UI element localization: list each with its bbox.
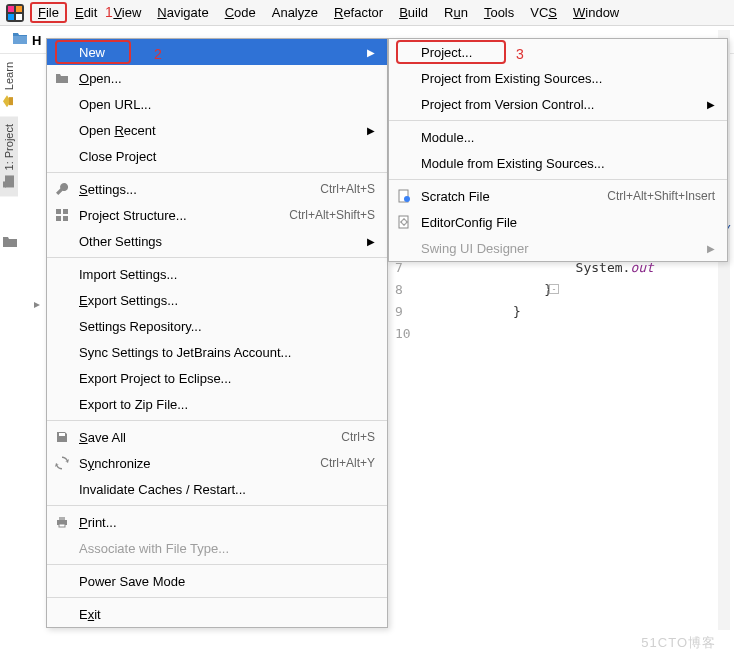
file-menu-item[interactable]: Sync Settings to JetBrains Account... [47, 339, 387, 365]
file-menu-item[interactable]: Invalidate Caches / Restart... [47, 476, 387, 502]
new-menu-item[interactable]: Module from Existing Sources... [389, 150, 727, 176]
folder-icon [53, 71, 71, 85]
file-menu-item[interactable]: Open... [47, 65, 387, 91]
menu-item-label: Sync Settings to JetBrains Account... [79, 345, 375, 360]
menu-item-label: New [79, 45, 359, 60]
menu-item-label: Invalidate Caches / Restart... [79, 482, 375, 497]
new-menu-item[interactable]: Project from Version Control...▶ [389, 91, 727, 117]
line-number: 9 [395, 304, 513, 319]
sync-icon [53, 456, 71, 470]
menu-item-label: Other Settings [79, 234, 359, 249]
fold-toggle-icon[interactable]: - [549, 284, 559, 294]
new-menu-item[interactable]: EditorConfig File [389, 209, 727, 235]
file-menu-item[interactable]: Export to Zip File... [47, 391, 387, 417]
menu-item-label: Project... [421, 45, 715, 60]
submenu-arrow-icon: ▶ [367, 125, 375, 136]
svg-rect-13 [59, 433, 65, 436]
file-menu-item[interactable]: Project Structure...Ctrl+Alt+Shift+S [47, 202, 387, 228]
line-number: 8 [395, 282, 513, 297]
expand-chevron-icon[interactable] [32, 300, 42, 310]
editorconfig-icon [395, 215, 413, 229]
side-tab-learn[interactable]: Learn [0, 54, 18, 116]
file-menu-item[interactable]: Settings...Ctrl+Alt+S [47, 176, 387, 202]
print-icon [53, 515, 71, 529]
submenu-arrow-icon: ▶ [367, 236, 375, 247]
file-menu-item[interactable]: Power Save Mode [47, 568, 387, 594]
new-submenu-popup: Project...Project from Existing Sources.… [388, 38, 728, 262]
file-menu-item[interactable]: New▶ [47, 39, 387, 65]
menu-item-label: Module... [421, 130, 715, 145]
file-menu-popup: New▶Open...Open URL...Open Recent▶Close … [46, 38, 388, 628]
file-menu-item[interactable]: Open Recent▶ [47, 117, 387, 143]
wrench-icon [53, 182, 71, 196]
menu-item-label: Exit [79, 607, 375, 622]
menu-build[interactable]: Build [391, 2, 436, 23]
file-menu-item[interactable]: Settings Repository... [47, 313, 387, 339]
svg-rect-3 [8, 14, 14, 20]
svg-rect-11 [56, 216, 61, 221]
menu-item-shortcut: Ctrl+Alt+S [320, 182, 375, 196]
submenu-arrow-icon: ▶ [707, 99, 715, 110]
folder-gutter-icon [2, 233, 18, 249]
menu-edit[interactable]: Edit [67, 2, 105, 23]
new-menu-item[interactable]: Project... [389, 39, 727, 65]
menu-navigate[interactable]: Navigate [149, 2, 216, 23]
menu-window[interactable]: Window [565, 2, 627, 23]
menu-item-label: Settings Repository... [79, 319, 375, 334]
menu-item-label: EditorConfig File [421, 215, 715, 230]
menu-analyze[interactable]: Analyze [264, 2, 326, 23]
menu-item-label: Save All [79, 430, 341, 445]
svg-rect-8 [3, 182, 6, 188]
menu-item-shortcut: Ctrl+S [341, 430, 375, 444]
svg-rect-2 [16, 6, 22, 12]
menu-item-shortcut: Ctrl+Alt+Y [320, 456, 375, 470]
file-menu-item[interactable]: Open URL... [47, 91, 387, 117]
app-icon [6, 4, 24, 22]
menu-item-label: Export Project to Eclipse... [79, 371, 375, 386]
menu-item-label: Open... [79, 71, 375, 86]
menu-refactor[interactable]: Refactor [326, 2, 391, 23]
file-menu-item[interactable]: Export Settings... [47, 287, 387, 313]
menu-tools[interactable]: Tools [476, 2, 522, 23]
file-menu-item[interactable]: Print... [47, 509, 387, 535]
file-menu-item[interactable]: Save AllCtrl+S [47, 424, 387, 450]
menu-item-label: Settings... [79, 182, 320, 197]
menu-run[interactable]: Run [436, 2, 476, 23]
code-text: } [513, 304, 521, 319]
file-menu-item[interactable]: Import Settings... [47, 261, 387, 287]
file-menu-item: Associate with File Type... [47, 535, 387, 561]
menu-vcs[interactable]: VCS [522, 2, 565, 23]
menu-item-label: Module from Existing Sources... [421, 156, 715, 171]
svg-rect-10 [63, 209, 68, 214]
menu-item-label: Synchronize [79, 456, 320, 471]
submenu-arrow-icon: ▶ [707, 243, 715, 254]
file-menu-item[interactable]: Close Project [47, 143, 387, 169]
svg-rect-9 [56, 209, 61, 214]
menu-item-label: Export Settings... [79, 293, 375, 308]
svg-point-18 [404, 196, 410, 202]
scratch-icon [395, 189, 413, 203]
callout-1: 1 [105, 4, 113, 20]
code-line: 8 } [395, 278, 654, 300]
editor-area[interactable]: 7 System.out 8 } 9 } 10 [395, 256, 654, 344]
file-menu-item[interactable]: Exit [47, 601, 387, 627]
file-menu-item[interactable]: Export Project to Eclipse... [47, 365, 387, 391]
file-menu-item[interactable]: SynchronizeCtrl+Alt+Y [47, 450, 387, 476]
project-folder-icon [12, 31, 28, 45]
project-icon [2, 175, 16, 189]
menu-item-label: Project Structure... [79, 208, 289, 223]
new-menu-item[interactable]: Module... [389, 124, 727, 150]
watermark: 51CTO博客 [641, 634, 716, 652]
file-menu-item[interactable]: Other Settings▶ [47, 228, 387, 254]
new-menu-item[interactable]: Scratch FileCtrl+Alt+Shift+Insert [389, 183, 727, 209]
side-tab-project[interactable]: 1: Project [0, 116, 18, 196]
new-menu-item[interactable]: Project from Existing Sources... [389, 65, 727, 91]
code-line: 9 } [395, 300, 654, 322]
callout-3: 3 [516, 46, 524, 62]
menu-code[interactable]: Code [217, 2, 264, 23]
menu-file[interactable]: File [30, 2, 67, 23]
menu-item-label: Open Recent [79, 123, 359, 138]
menu-item-label: Project from Existing Sources... [421, 71, 715, 86]
menu-item-label: Open URL... [79, 97, 375, 112]
line-number: 10 [395, 326, 513, 341]
